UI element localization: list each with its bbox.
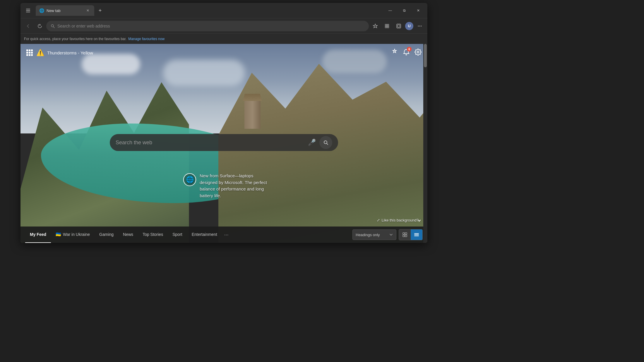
- newtab-content: ⚠️ Thunderstorms - Yellow 6: [20, 44, 427, 243]
- close-icon: ✕: [417, 8, 420, 13]
- tab-favicon: 🌐: [39, 8, 44, 13]
- feed-tab-news[interactable]: News: [118, 227, 138, 243]
- expand-icon: ⤢: [377, 218, 380, 222]
- svg-rect-1: [26, 10, 30, 11]
- navigation-bar: U: [20, 18, 427, 33]
- headings-dropdown[interactable]: Headings only: [352, 229, 396, 240]
- favorites-button[interactable]: [370, 21, 381, 31]
- svg-rect-13: [403, 233, 405, 234]
- feed-right-controls: Headings only: [352, 229, 423, 240]
- svg-rect-0: [26, 9, 30, 9]
- feed-tab-topstories[interactable]: Top Stories: [138, 227, 168, 243]
- title-bar: 🌐 New tab ✕ + — ⧉ ✕: [20, 3, 427, 18]
- collections-button[interactable]: [382, 21, 392, 31]
- weather-logo[interactable]: ⚠️ Thunderstorms - Yellow: [36, 49, 93, 56]
- scrollbar[interactable]: [423, 44, 427, 243]
- tower: [244, 99, 261, 129]
- view-toggle: [399, 229, 423, 240]
- feed-tab-gaming[interactable]: Gaming: [95, 227, 118, 243]
- tower-roof: [243, 94, 262, 101]
- profile-avatar[interactable]: U: [405, 22, 413, 30]
- back-button[interactable]: [23, 21, 33, 31]
- svg-point-9: [421, 25, 422, 26]
- svg-rect-6: [398, 25, 400, 27]
- cloud-2: [163, 60, 245, 86]
- entertainment-label: Entertainment: [192, 232, 217, 237]
- search-input[interactable]: [116, 140, 304, 146]
- address-input[interactable]: [57, 24, 365, 28]
- globe-icon: 🌐: [183, 173, 196, 186]
- weather-label: Thunderstorms - Yellow: [47, 50, 93, 55]
- ad-text: New from Surface—laptops designed by Mic…: [200, 173, 270, 199]
- profile-sync-button[interactable]: [393, 21, 404, 31]
- news-label: News: [123, 232, 133, 237]
- newtab-topbar: ⚠️ Thunderstorms - Yellow 6: [20, 44, 427, 61]
- new-tab-button[interactable]: +: [95, 6, 105, 15]
- notification-count: 6: [407, 47, 412, 52]
- feed-tab-ukraine[interactable]: 🇺🇦 War in Ukraine: [51, 227, 95, 243]
- info-overlay[interactable]: 🌐 New from Surface—laptops designed by M…: [183, 173, 270, 199]
- ukraine-flag: 🇺🇦: [56, 232, 61, 237]
- tab-group: 🌐 New tab ✕ +: [36, 5, 382, 16]
- headings-label: Headings only: [356, 233, 380, 237]
- like-bg-label: Like this background?: [382, 218, 419, 222]
- svg-point-7: [418, 25, 419, 26]
- svg-rect-15: [403, 235, 405, 237]
- ukraine-label: War in Ukraine: [63, 232, 90, 237]
- topstories-label: Top Stories: [143, 232, 163, 237]
- grid-view-button[interactable]: [399, 229, 411, 240]
- feed-bar: My Feed 🇺🇦 War in Ukraine Gaming News To…: [20, 227, 427, 243]
- close-button[interactable]: ✕: [412, 6, 425, 15]
- feed-tab-entertainment[interactable]: Entertainment: [187, 227, 222, 243]
- svg-line-4: [54, 27, 55, 28]
- list-view-button[interactable]: [411, 229, 422, 240]
- address-bar[interactable]: [46, 21, 369, 31]
- new-tab-icon: +: [99, 8, 102, 14]
- window-controls: — ⧉ ✕: [383, 6, 425, 15]
- sport-label: Sport: [172, 232, 182, 237]
- refresh-button[interactable]: [35, 21, 45, 31]
- nav-icons: U: [370, 21, 425, 31]
- restore-icon: ⧉: [403, 8, 406, 13]
- weather-warning-icon: ⚠️: [36, 49, 44, 56]
- apps-icon[interactable]: [26, 49, 33, 56]
- svg-point-8: [419, 25, 420, 26]
- minimize-icon: —: [388, 8, 392, 13]
- search-button[interactable]: [319, 136, 332, 149]
- restore-button[interactable]: ⧉: [398, 6, 411, 15]
- svg-rect-16: [405, 235, 407, 237]
- svg-rect-2: [26, 12, 30, 12]
- settings-menu-button[interactable]: [415, 21, 425, 31]
- sidebar-toggle-button[interactable]: [23, 5, 33, 16]
- profile-initial: U: [408, 24, 410, 28]
- svg-point-10: [417, 51, 419, 53]
- feed-tab-myfeed[interactable]: My Feed: [25, 227, 51, 243]
- svg-point-3: [51, 25, 54, 27]
- gaming-label: Gaming: [99, 232, 114, 237]
- manage-favorites-link[interactable]: Manage favourites now: [128, 37, 165, 41]
- settings-button[interactable]: [415, 49, 422, 57]
- microphone-button[interactable]: 🎤: [308, 139, 316, 146]
- tab-close-button[interactable]: ✕: [85, 8, 91, 13]
- notifications-button[interactable]: 6: [403, 49, 410, 57]
- minimize-button[interactable]: —: [383, 6, 397, 15]
- svg-rect-14: [405, 233, 407, 234]
- active-tab[interactable]: 🌐 New tab ✕: [36, 5, 94, 16]
- fav-bar-text: For quick access, place your favourites …: [24, 37, 126, 41]
- feed-more-button[interactable]: ···: [222, 232, 231, 238]
- feed-tab-sport[interactable]: Sport: [168, 227, 187, 243]
- search-container: 🎤: [110, 134, 338, 151]
- svg-line-12: [327, 143, 328, 145]
- rewards-button[interactable]: [391, 49, 398, 57]
- search-bar[interactable]: 🎤: [110, 134, 338, 151]
- like-background-button[interactable]: ⤢ Like this background?: [377, 218, 419, 222]
- tab-title: New tab: [47, 8, 83, 13]
- newtab-right-icons: 6: [391, 49, 422, 57]
- myfeed-label: My Feed: [30, 232, 46, 237]
- browser-window: 🌐 New tab ✕ + — ⧉ ✕: [20, 3, 427, 243]
- favorites-bar: For quick access, place your favourites …: [20, 33, 427, 44]
- svg-rect-5: [397, 24, 401, 28]
- scrollbar-thumb[interactable]: [424, 44, 427, 67]
